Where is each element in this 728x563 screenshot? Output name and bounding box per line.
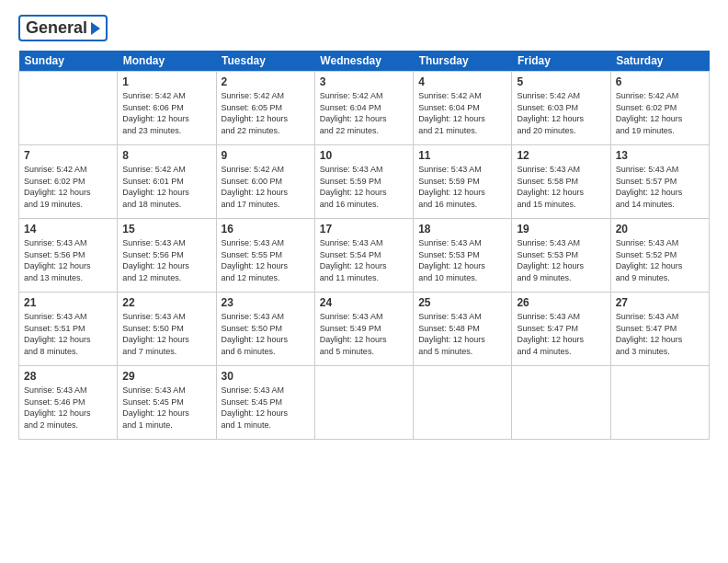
calendar-cell: 25Sunrise: 5:43 AM Sunset: 5:48 PM Dayli… (414, 293, 512, 366)
cell-details: Sunrise: 5:43 AM Sunset: 5:50 PM Dayligh… (222, 311, 310, 357)
calendar-table: SundayMondayTuesdayWednesdayThursdayFrid… (18, 51, 710, 440)
calendar-cell: 11Sunrise: 5:43 AM Sunset: 5:59 PM Dayli… (414, 145, 512, 219)
cell-details: Sunrise: 5:42 AM Sunset: 6:06 PM Dayligh… (122, 90, 210, 136)
calendar-cell: 19Sunrise: 5:43 AM Sunset: 5:53 PM Dayli… (512, 219, 610, 293)
cell-details: Sunrise: 5:43 AM Sunset: 5:59 PM Dayligh… (418, 164, 506, 210)
day-number: 21 (24, 296, 112, 309)
day-number: 22 (122, 296, 210, 309)
day-number: 10 (320, 149, 408, 162)
calendar-cell: 29Sunrise: 5:43 AM Sunset: 5:45 PM Dayli… (118, 366, 216, 440)
week-row-5: 28Sunrise: 5:43 AM Sunset: 5:46 PM Dayli… (19, 366, 710, 440)
day-header-thursday: Thursday (414, 51, 512, 72)
page: General SundayMondayTuesdayWednesdayThur… (0, 0, 728, 563)
calendar-cell: 1Sunrise: 5:42 AM Sunset: 6:06 PM Daylig… (118, 72, 216, 145)
calendar-cell: 10Sunrise: 5:43 AM Sunset: 5:59 PM Dayli… (314, 145, 413, 219)
day-number: 1 (122, 75, 210, 88)
day-number: 17 (320, 223, 408, 236)
cell-details: Sunrise: 5:42 AM Sunset: 6:05 PM Dayligh… (222, 90, 310, 136)
day-number: 3 (320, 75, 408, 88)
day-number: 8 (122, 149, 210, 162)
day-number: 11 (418, 149, 506, 162)
cell-details: Sunrise: 5:42 AM Sunset: 6:04 PM Dayligh… (418, 90, 506, 136)
day-number: 16 (222, 223, 310, 236)
cell-details: Sunrise: 5:43 AM Sunset: 5:57 PM Dayligh… (616, 164, 704, 210)
day-number: 4 (418, 75, 506, 88)
cell-details: Sunrise: 5:43 AM Sunset: 5:52 PM Dayligh… (616, 237, 704, 283)
cell-details: Sunrise: 5:43 AM Sunset: 5:50 PM Dayligh… (122, 311, 210, 357)
calendar-cell: 20Sunrise: 5:43 AM Sunset: 5:52 PM Dayli… (610, 219, 709, 293)
cell-details: Sunrise: 5:42 AM Sunset: 6:01 PM Dayligh… (122, 164, 210, 210)
cell-details: Sunrise: 5:43 AM Sunset: 5:55 PM Dayligh… (222, 237, 310, 283)
calendar-cell: 15Sunrise: 5:43 AM Sunset: 5:56 PM Dayli… (118, 219, 216, 293)
cell-details: Sunrise: 5:43 AM Sunset: 5:45 PM Dayligh… (222, 385, 310, 431)
week-row-3: 14Sunrise: 5:43 AM Sunset: 5:56 PM Dayli… (19, 219, 710, 293)
calendar-cell: 17Sunrise: 5:43 AM Sunset: 5:54 PM Dayli… (314, 219, 413, 293)
day-number: 13 (616, 149, 704, 162)
day-header-sunday: Sunday (19, 51, 118, 72)
day-header-monday: Monday (118, 51, 216, 72)
calendar-cell: 6Sunrise: 5:42 AM Sunset: 6:02 PM Daylig… (610, 72, 709, 145)
cell-details: Sunrise: 5:42 AM Sunset: 6:00 PM Dayligh… (222, 164, 310, 210)
header-row: SundayMondayTuesdayWednesdayThursdayFrid… (19, 51, 710, 72)
calendar-cell: 4Sunrise: 5:42 AM Sunset: 6:04 PM Daylig… (414, 72, 512, 145)
day-number: 19 (517, 223, 605, 236)
calendar-cell: 27Sunrise: 5:43 AM Sunset: 5:47 PM Dayli… (610, 293, 709, 366)
day-header-saturday: Saturday (610, 51, 709, 72)
cell-details: Sunrise: 5:43 AM Sunset: 5:47 PM Dayligh… (616, 311, 704, 357)
calendar-cell: 26Sunrise: 5:43 AM Sunset: 5:47 PM Dayli… (512, 293, 610, 366)
day-number: 15 (122, 223, 210, 236)
day-number: 26 (517, 296, 605, 309)
logo-arrow-icon (91, 22, 100, 35)
cell-details: Sunrise: 5:42 AM Sunset: 6:03 PM Dayligh… (517, 90, 605, 136)
day-header-wednesday: Wednesday (314, 51, 413, 72)
calendar-cell (414, 366, 512, 440)
cell-details: Sunrise: 5:43 AM Sunset: 5:54 PM Dayligh… (320, 237, 408, 283)
cell-details: Sunrise: 5:42 AM Sunset: 6:02 PM Dayligh… (616, 90, 704, 136)
cell-details: Sunrise: 5:43 AM Sunset: 5:56 PM Dayligh… (24, 237, 112, 283)
day-number: 18 (418, 223, 506, 236)
calendar-cell: 21Sunrise: 5:43 AM Sunset: 5:51 PM Dayli… (19, 293, 118, 366)
day-number: 9 (222, 149, 310, 162)
calendar-cell: 9Sunrise: 5:42 AM Sunset: 6:00 PM Daylig… (216, 145, 314, 219)
calendar-cell: 8Sunrise: 5:42 AM Sunset: 6:01 PM Daylig… (118, 145, 216, 219)
cell-details: Sunrise: 5:43 AM Sunset: 5:53 PM Dayligh… (418, 237, 506, 283)
day-number: 7 (24, 149, 112, 162)
cell-details: Sunrise: 5:43 AM Sunset: 5:46 PM Dayligh… (24, 385, 112, 431)
day-number: 12 (517, 149, 605, 162)
day-number: 6 (616, 75, 704, 88)
calendar-cell: 24Sunrise: 5:43 AM Sunset: 5:49 PM Dayli… (314, 293, 413, 366)
day-header-tuesday: Tuesday (216, 51, 314, 72)
day-number: 25 (418, 296, 506, 309)
logo-general: General (26, 18, 87, 38)
calendar-cell: 5Sunrise: 5:42 AM Sunset: 6:03 PM Daylig… (512, 72, 610, 145)
day-number: 5 (517, 75, 605, 88)
day-number: 23 (222, 296, 310, 309)
calendar-cell (314, 366, 413, 440)
calendar-body: 1Sunrise: 5:42 AM Sunset: 6:06 PM Daylig… (19, 72, 710, 440)
cell-details: Sunrise: 5:43 AM Sunset: 5:51 PM Dayligh… (24, 311, 112, 357)
calendar-cell: 16Sunrise: 5:43 AM Sunset: 5:55 PM Dayli… (216, 219, 314, 293)
cell-details: Sunrise: 5:43 AM Sunset: 5:56 PM Dayligh… (122, 237, 210, 283)
cell-details: Sunrise: 5:43 AM Sunset: 5:58 PM Dayligh… (517, 164, 605, 210)
day-number: 24 (320, 296, 408, 309)
cell-details: Sunrise: 5:43 AM Sunset: 5:53 PM Dayligh… (517, 237, 605, 283)
calendar-cell: 28Sunrise: 5:43 AM Sunset: 5:46 PM Dayli… (19, 366, 118, 440)
calendar-cell: 13Sunrise: 5:43 AM Sunset: 5:57 PM Dayli… (610, 145, 709, 219)
calendar-cell: 23Sunrise: 5:43 AM Sunset: 5:50 PM Dayli… (216, 293, 314, 366)
calendar-cell (19, 72, 118, 145)
calendar-cell: 30Sunrise: 5:43 AM Sunset: 5:45 PM Dayli… (216, 366, 314, 440)
header: General (18, 15, 710, 41)
day-number: 14 (24, 223, 112, 236)
cell-details: Sunrise: 5:43 AM Sunset: 5:45 PM Dayligh… (122, 385, 210, 431)
calendar-cell: 22Sunrise: 5:43 AM Sunset: 5:50 PM Dayli… (118, 293, 216, 366)
logo: General (18, 15, 111, 41)
day-number: 30 (222, 370, 310, 383)
day-number: 28 (24, 370, 112, 383)
calendar-cell: 12Sunrise: 5:43 AM Sunset: 5:58 PM Dayli… (512, 145, 610, 219)
cell-details: Sunrise: 5:43 AM Sunset: 5:59 PM Dayligh… (320, 164, 408, 210)
calendar-cell (512, 366, 610, 440)
week-row-2: 7Sunrise: 5:42 AM Sunset: 6:02 PM Daylig… (19, 145, 710, 219)
calendar-cell: 7Sunrise: 5:42 AM Sunset: 6:02 PM Daylig… (19, 145, 118, 219)
cell-details: Sunrise: 5:42 AM Sunset: 6:02 PM Dayligh… (24, 164, 112, 210)
day-number: 27 (616, 296, 704, 309)
